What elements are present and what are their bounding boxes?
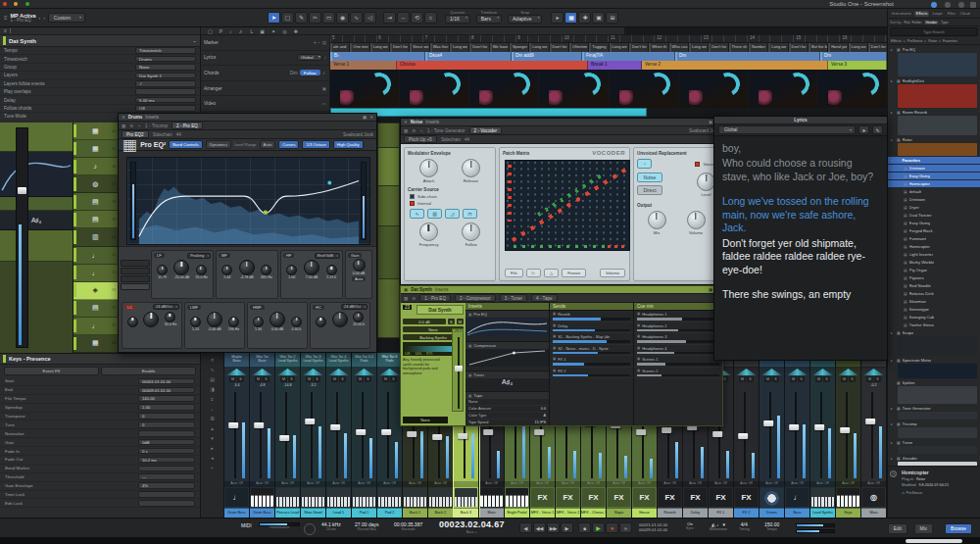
global-track-row[interactable]: Arranger ▣ bbox=[201, 81, 329, 97]
browser-tab[interactable]: Instruments bbox=[890, 11, 913, 17]
internal-checkbox[interactable] bbox=[410, 201, 415, 206]
mixer-rail-icon[interactable]: ✕ bbox=[210, 355, 214, 365]
plugin-thumbnail[interactable] bbox=[898, 412, 977, 420]
wave-icon[interactable]: ∿ bbox=[137, 124, 141, 128]
fader-cap[interactable] bbox=[408, 431, 417, 437]
fader-cap[interactable] bbox=[637, 429, 647, 435]
video-thumbnail[interactable] bbox=[749, 70, 817, 108]
browser-item[interactable]: ▤ Homicopter bbox=[888, 243, 980, 250]
fader-cap[interactable] bbox=[713, 431, 723, 437]
automation-mode[interactable]: Auto: Off bbox=[861, 481, 886, 487]
tool-button[interactable]: ➤ bbox=[268, 12, 280, 24]
arrange-tool-icon[interactable]: ✦ bbox=[271, 28, 275, 34]
arrange-tool-icon[interactable]: ♬ bbox=[239, 28, 244, 34]
inspector-row[interactable]: Layers Dat Synth 1 bbox=[0, 72, 200, 79]
automation-mode[interactable]: Auto: Off bbox=[428, 481, 453, 487]
browser-item[interactable]: ▾ ☆ Favorites bbox=[888, 157, 980, 164]
tool-button[interactable]: ✎ bbox=[295, 12, 308, 24]
insert-proeq[interactable]: Pro EQ bbox=[466, 311, 549, 342]
event-fx-button[interactable]: Event FX bbox=[4, 367, 99, 375]
automation-mode[interactable]: Auto: Off bbox=[352, 481, 376, 487]
clip[interactable] bbox=[377, 147, 400, 186]
automation-mode[interactable]: Auto: Off bbox=[709, 481, 733, 487]
channel-label[interactable]: MFX - Verse 2 bbox=[556, 508, 580, 518]
browser-tab[interactable]: Files bbox=[946, 11, 957, 17]
event-param-value[interactable] bbox=[138, 500, 195, 507]
tool-button[interactable]: ▢ bbox=[281, 12, 294, 24]
channel-label[interactable]: Pad 1 bbox=[352, 508, 376, 518]
q-knob[interactable] bbox=[253, 317, 264, 327]
event-param-row[interactable]: Gain Envelope 4% bbox=[0, 482, 200, 491]
channel-name[interactable]: Dat Synth bbox=[416, 305, 464, 315]
loop-button[interactable]: ∞ bbox=[619, 522, 632, 533]
active-device[interactable]: MP Activa 1 - Pro EQ bbox=[11, 13, 36, 24]
track-row[interactable]: ♩ 25 bbox=[74, 318, 118, 335]
event-param-row[interactable]: Fade In 0 s bbox=[0, 447, 200, 456]
channel-label[interactable]: Percuss Lead bbox=[275, 508, 300, 518]
mixer-channel-strip[interactable]: Mojito Bass MS -3.4 Auto: Off ♩ Drum Bas… bbox=[224, 353, 250, 518]
track-row[interactable]: ◍ 17 bbox=[74, 175, 118, 193]
channel-header[interactable]: Wai Tai Bass bbox=[250, 353, 274, 368]
lyric-line[interactable]: Who could choose a rousing stave, who li… bbox=[722, 157, 879, 183]
fader-cap[interactable] bbox=[764, 420, 774, 426]
plugin-thumbnail[interactable] bbox=[898, 116, 977, 135]
loop-range[interactable]: 00021.01.01.00 00029.01.01.00 bbox=[639, 522, 667, 533]
solo-button[interactable]: S bbox=[390, 376, 397, 382]
q-knob[interactable] bbox=[286, 265, 297, 275]
fader-cap[interactable] bbox=[662, 427, 672, 433]
expand-arrow-icon[interactable]: ▸ bbox=[891, 359, 895, 363]
solo-button[interactable]: S bbox=[288, 376, 295, 382]
cuemix-header[interactable]: Cue mix bbox=[634, 303, 722, 311]
release-knob[interactable] bbox=[462, 159, 480, 177]
tape-param-row[interactable]: Color TypeA bbox=[466, 413, 549, 420]
browser-item[interactable]: ▤ Easy Going bbox=[888, 173, 980, 179]
browser-item[interactable]: ▸ ▦ Tone Generator bbox=[888, 405, 980, 420]
cue-mix-slot[interactable]: Scenes 1 bbox=[634, 356, 722, 368]
channel-label[interactable]: Drums bbox=[760, 508, 784, 518]
browser-item[interactable]: ▤ Forged Rock bbox=[888, 227, 980, 234]
browser-item[interactable]: ▸ ▦ Tricomp bbox=[888, 420, 980, 438]
close-icon[interactable]: ✕ bbox=[369, 115, 373, 120]
mixer-rail-icon[interactable]: ≡ bbox=[211, 394, 214, 404]
cue-mix-slot[interactable]: Headphones 2 bbox=[634, 322, 722, 334]
gain-knob[interactable] bbox=[143, 312, 159, 327]
insert-slot-1[interactable]: 1 - Tricomp bbox=[145, 124, 168, 128]
lyric-event[interactable]: Who cou bbox=[669, 43, 688, 52]
channel-label[interactable]: Lead 5 bbox=[326, 508, 351, 518]
inspector-row[interactable]: Timestretch Drums bbox=[0, 55, 200, 63]
event-param-value[interactable]: 10.2 ms bbox=[138, 457, 195, 464]
channel-label[interactable]: Pad 2 bbox=[377, 508, 402, 518]
fader-cap[interactable] bbox=[866, 419, 876, 424]
channel-label[interactable]: Lead Synths bbox=[810, 508, 835, 518]
channel-label[interactable]: Main bbox=[479, 508, 504, 518]
edit-pencil-icon[interactable]: ✎ bbox=[872, 125, 883, 134]
grid-icon[interactable]: ▦ bbox=[404, 296, 408, 301]
browser-item[interactable]: ▤ Fuminant bbox=[888, 235, 980, 242]
transport-tool-button[interactable]: ↔ bbox=[397, 12, 410, 24]
lc-options[interactable] bbox=[121, 249, 150, 301]
event-param-row[interactable]: Start 00001.01.01.00 bbox=[0, 377, 200, 386]
eq-spectrum-display[interactable] bbox=[126, 157, 370, 245]
automation-mode[interactable]: Auto: Off bbox=[326, 481, 351, 487]
browser-item[interactable]: ▤ default bbox=[888, 188, 980, 195]
window-titlebar[interactable]: ▣ Dat Synth Inserts ▣ ✕ bbox=[401, 286, 722, 294]
follow-button[interactable]: Follow bbox=[300, 70, 320, 75]
solo-button[interactable]: S bbox=[448, 319, 455, 324]
chord-event[interactable]: Dm bbox=[820, 52, 887, 61]
sort-option[interactable]: Folder bbox=[911, 21, 921, 25]
mixer-channel-strip[interactable]: MS Auto: Off FX FX 2 bbox=[734, 353, 760, 518]
event-param-row[interactable]: Normalize bbox=[0, 429, 200, 438]
goto-end-button[interactable]: ▶ bbox=[561, 522, 573, 533]
browser-tab[interactable]: Cloud bbox=[958, 11, 972, 17]
browser-item[interactable]: ▦ Splitter bbox=[888, 379, 980, 404]
inspector-row[interactable]: Tempo Timestretch bbox=[0, 47, 200, 55]
fader-cap[interactable] bbox=[484, 429, 494, 435]
browser-item[interactable]: ▤ Dryer bbox=[888, 204, 980, 211]
search-icon[interactable]: ◌ bbox=[973, 10, 979, 17]
inspector-mini-toolbar[interactable]: ≡ | bbox=[0, 27, 200, 35]
automation-mode[interactable]: Auto: Off bbox=[275, 481, 300, 487]
channel-fader[interactable] bbox=[838, 390, 858, 480]
inspector-row-value[interactable]: Dat Synth 1 bbox=[135, 73, 196, 79]
enable-button[interactable]: Enable bbox=[101, 367, 196, 375]
solo-button[interactable]: S bbox=[339, 376, 346, 382]
